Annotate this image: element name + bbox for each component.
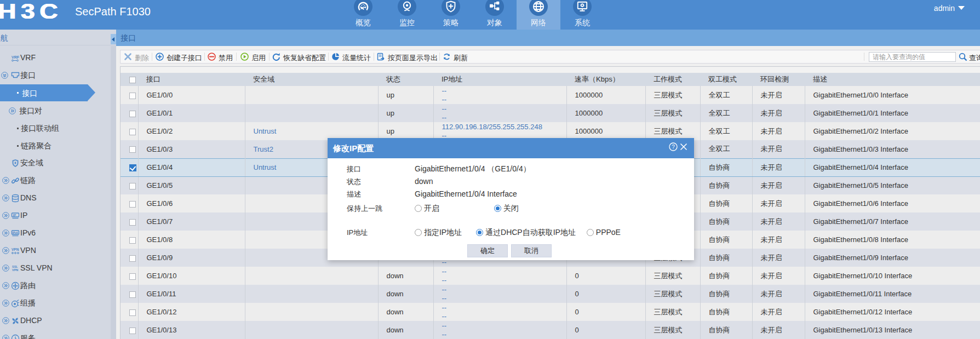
svg-text:VPN: VPN: [12, 268, 18, 272]
svg-text:VRF: VRF: [12, 55, 20, 59]
svg-text:IP: IP: [13, 214, 16, 217]
svg-text:IPv6: IPv6: [13, 231, 19, 234]
svg-text:VPN: VPN: [12, 248, 19, 251]
svg-text:?: ?: [672, 144, 675, 150]
